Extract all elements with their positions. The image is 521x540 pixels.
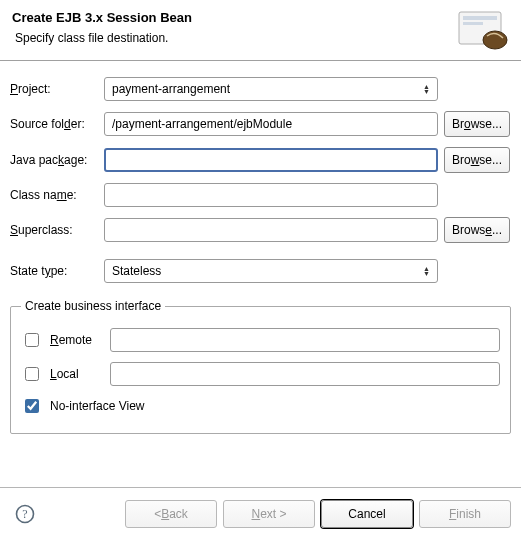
state-type-select[interactable]: Stateless ▲▼ [104,259,438,283]
cancel-button[interactable]: Cancel [321,500,413,528]
wizard-header: Create EJB 3.x Session Bean Specify clas… [0,0,521,60]
page-subtitle: Specify class file destination. [12,31,192,45]
remote-input[interactable] [110,328,500,352]
chevron-updown-icon: ▲▼ [423,266,430,276]
local-label: Local [50,367,102,381]
remote-label: Remote [50,333,102,347]
finish-button[interactable]: Finish [419,500,511,528]
source-folder-label: Source folder: [10,117,98,131]
java-package-label: Java package: [10,153,98,167]
local-input[interactable] [110,362,500,386]
business-interface-group: Create business interface Remote Local N… [10,299,511,434]
java-package-input[interactable] [104,148,438,172]
chevron-updown-icon: ▲▼ [423,84,430,94]
local-checkbox[interactable] [25,367,39,381]
help-icon[interactable]: ? [14,503,36,525]
no-interface-checkbox[interactable] [25,399,39,413]
project-select[interactable]: payment-arrangement ▲▼ [104,77,438,101]
business-interface-legend: Create business interface [21,299,165,313]
state-type-label: State type: [10,264,98,278]
next-button[interactable]: Next > [223,500,315,528]
svg-text:?: ? [22,507,27,521]
page-title: Create EJB 3.x Session Bean [12,10,192,25]
class-name-label: Class name: [10,188,98,202]
no-interface-label: No-interface View [50,399,145,413]
class-name-input[interactable] [104,183,438,207]
java-package-browse-button[interactable]: Browse... [444,147,510,173]
svg-rect-2 [463,22,483,25]
superclass-browse-button[interactable]: Browse... [444,217,510,243]
bean-icon [457,10,509,52]
superclass-input[interactable] [104,218,438,242]
project-label: Project: [10,82,98,96]
svg-rect-1 [463,16,497,20]
source-folder-input[interactable] [104,112,438,136]
button-bar: ? < Back Next > Cancel Finish [0,487,521,540]
remote-checkbox[interactable] [25,333,39,347]
source-folder-browse-button[interactable]: Browse... [444,111,510,137]
back-button[interactable]: < Back [125,500,217,528]
superclass-label: Superclass: [10,223,98,237]
form-area: Project: payment-arrangement ▲▼ Source f… [0,61,521,487]
